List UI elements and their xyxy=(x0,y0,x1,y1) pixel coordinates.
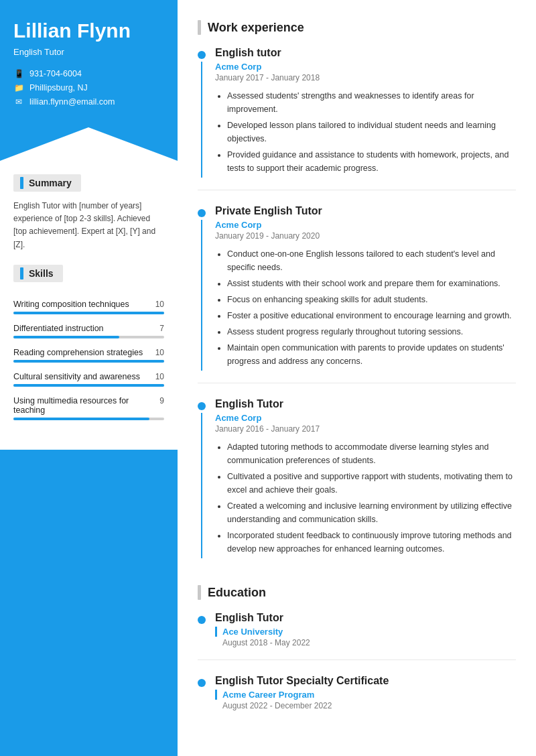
skill-bar-fill xyxy=(13,336,119,338)
job-company: Acme Corp xyxy=(215,413,516,423)
education-bar xyxy=(198,585,201,600)
job-dates: January 2019 - January 2020 xyxy=(215,231,516,241)
email-icon: ✉ xyxy=(13,97,24,107)
skill-bar-fill xyxy=(13,312,164,314)
job-line xyxy=(201,62,202,178)
edu-entry: English Tutor Specialty Certificate Acme… xyxy=(198,675,516,722)
skill-score: 9 xyxy=(159,396,164,415)
job-dates: January 2017 - January 2018 xyxy=(215,73,516,82)
edu-content: English Tutor Specialty Certificate Acme… xyxy=(215,675,516,710)
skill-bar-fill xyxy=(13,418,149,420)
skill-item: Differentiated instruction 7 xyxy=(13,324,164,338)
job-bullet: Cultivated a positive and supportive rap… xyxy=(227,470,516,497)
edu-school: Ace University xyxy=(215,627,516,637)
job-position: English tutor xyxy=(215,47,516,59)
skill-score: 7 xyxy=(159,324,164,333)
skills-bar xyxy=(20,267,23,279)
edu-degree: English Tutor Specialty Certificate xyxy=(215,675,516,687)
education-section-title: Education xyxy=(198,585,516,600)
job-line xyxy=(201,413,202,558)
skill-bar-bg xyxy=(13,418,164,420)
edu-entry: English Tutor Ace University August 2018… xyxy=(198,612,516,660)
candidate-name: Lillian Flynn xyxy=(13,19,164,43)
edu-content: English Tutor Ace University August 2018… xyxy=(215,612,516,647)
job-content: English Tutor Acme Corp January 2016 - J… xyxy=(215,398,516,558)
job-bullet: Provided guidance and assistance to stud… xyxy=(227,148,516,175)
job-bullet: Incorporated student feedback to continu… xyxy=(227,529,516,556)
contact-email: ✉ lillian.flynn@email.com xyxy=(13,97,164,107)
jobs-list: English tutor Acme Corp January 2017 - J… xyxy=(198,47,516,570)
job-content: English tutor Acme Corp January 2017 - J… xyxy=(215,47,516,178)
summary-bar xyxy=(20,177,23,189)
skill-item: Cultural sensitivity and awareness 10 xyxy=(13,372,164,387)
candidate-title: English Tutor xyxy=(13,47,164,57)
job-company: Acme Corp xyxy=(215,220,516,230)
skill-item: Using multimedia resources for teaching … xyxy=(13,396,164,420)
skill-score: 10 xyxy=(155,372,164,381)
location-icon: 📁 xyxy=(13,83,24,92)
main-content: Work experience English tutor Acme Corp … xyxy=(178,0,536,756)
job-company: Acme Corp xyxy=(215,62,516,72)
skill-item: Reading comprehension strategies 10 xyxy=(13,348,164,363)
skill-score: 10 xyxy=(155,300,164,309)
skill-score: 10 xyxy=(155,348,164,357)
job-bullet: Foster a positive educational environmen… xyxy=(227,309,516,322)
job-bullets: Adapted tutoring methods to accommodate … xyxy=(215,440,516,556)
job-entry: Private English Tutor Acme Corp January … xyxy=(198,205,516,383)
skill-bar-fill xyxy=(13,384,164,387)
job-dot xyxy=(198,209,206,217)
edu-dot-col xyxy=(198,675,206,710)
job-bullet: Developed lesson plans tailored to indiv… xyxy=(227,119,516,145)
edu-dates: August 2018 - May 2022 xyxy=(222,638,516,647)
job-dates: January 2016 - January 2017 xyxy=(215,424,516,434)
job-dot xyxy=(198,51,206,59)
skill-bar-fill xyxy=(13,360,164,363)
skills-section-tag: Skills xyxy=(13,265,63,282)
skills-list: Writing composition techniques 10 Differ… xyxy=(13,300,164,420)
education-list: English Tutor Ace University August 2018… xyxy=(198,612,516,722)
edu-dot-col xyxy=(198,612,206,647)
job-bullet: Adapted tutoring methods to accommodate … xyxy=(227,440,516,467)
summary-text: English Tutor with [number of years] exp… xyxy=(13,200,164,251)
skill-name: Writing composition techniques xyxy=(13,300,129,309)
job-bullet: Conduct one-on-one English lessons tailo… xyxy=(227,247,516,274)
edu-dot xyxy=(198,679,206,687)
edu-school: Acme Career Program xyxy=(215,690,516,700)
job-dot-col xyxy=(198,47,206,178)
contact-location: 📁 Phillipsburg, NJ xyxy=(13,83,164,92)
resume-container: Lillian Flynn English Tutor 📱 931-704-60… xyxy=(0,0,536,756)
sidebar-chevron xyxy=(0,127,178,161)
work-experience-section-title: Work experience xyxy=(198,20,516,35)
sidebar: Lillian Flynn English Tutor 📱 931-704-60… xyxy=(0,0,178,756)
job-entry: English tutor Acme Corp January 2017 - J… xyxy=(198,47,516,190)
job-bullet: Maintain open communication with parents… xyxy=(227,341,516,368)
job-dot xyxy=(198,402,206,410)
job-entry: English Tutor Acme Corp January 2016 - J… xyxy=(198,398,516,570)
job-bullet: Assess student progress regularly throug… xyxy=(227,325,516,338)
edu-degree: English Tutor xyxy=(215,612,516,624)
job-bullets: Assessed students' strengths and weaknes… xyxy=(215,89,516,175)
job-bullet: Focus on enhancing speaking skills for a… xyxy=(227,293,516,306)
contact-phone: 📱 931-704-6004 xyxy=(13,69,164,78)
skill-name: Cultural sensitivity and awareness xyxy=(13,372,140,381)
skill-bar-bg xyxy=(13,360,164,363)
skill-bar-bg xyxy=(13,384,164,387)
job-dot-col xyxy=(198,205,206,371)
phone-icon: 📱 xyxy=(13,69,24,78)
sidebar-header: Lillian Flynn English Tutor 📱 931-704-60… xyxy=(0,0,178,127)
job-position: English Tutor xyxy=(215,398,516,410)
job-content: Private English Tutor Acme Corp January … xyxy=(215,205,516,371)
job-dot-col xyxy=(198,398,206,558)
skill-name: Differentiated instruction xyxy=(13,324,104,333)
job-bullet: Assessed students' strengths and weaknes… xyxy=(227,89,516,116)
sidebar-lower: Summary English Tutor with [number of ye… xyxy=(0,161,178,450)
job-bullet: Created a welcoming and inclusive learni… xyxy=(227,499,516,526)
contact-list: 📱 931-704-6004 📁 Phillipsburg, NJ ✉ lill… xyxy=(13,69,164,127)
skill-item: Writing composition techniques 10 xyxy=(13,300,164,314)
summary-section-tag: Summary xyxy=(13,174,81,192)
skill-bar-bg xyxy=(13,312,164,314)
job-position: Private English Tutor xyxy=(215,205,516,217)
job-bullet: Assist students with their school work a… xyxy=(227,277,516,290)
job-line xyxy=(201,220,202,371)
skill-bar-bg xyxy=(13,336,164,338)
